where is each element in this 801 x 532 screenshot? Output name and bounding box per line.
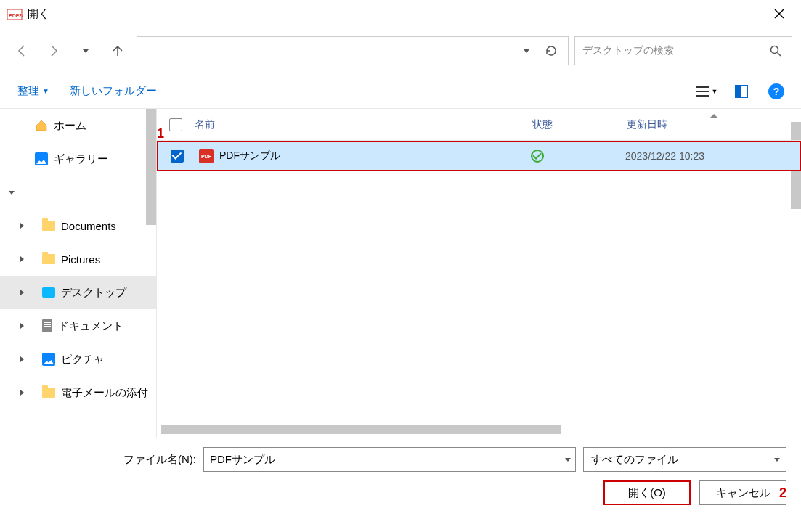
title-bar: PDF24 開く: [0, 0, 801, 28]
open-button[interactable]: 開く(O): [603, 480, 691, 505]
help-icon: ?: [768, 83, 784, 99]
sidebar-document-jp[interactable]: ドキュメント: [0, 309, 156, 343]
preview-pane-button[interactable]: [728, 78, 755, 105]
annotation-1: 1: [157, 126, 164, 142]
recent-dropdown[interactable]: [73, 38, 99, 64]
status-ok-icon: [531, 150, 544, 163]
forward-button[interactable]: [41, 38, 67, 64]
picture-icon: [42, 353, 55, 366]
desktop-icon: [42, 287, 55, 298]
svg-line-5: [778, 53, 781, 57]
close-button[interactable]: [763, 1, 795, 26]
filename-input[interactable]: PDFサンプル: [203, 447, 576, 472]
address-bar[interactable]: [137, 36, 569, 65]
search-icon: [767, 45, 784, 57]
home-icon: [35, 119, 48, 132]
folder-icon: [42, 221, 55, 231]
file-date: 2023/12/22 10:23: [625, 150, 800, 162]
svg-text:PDF24: PDF24: [9, 13, 23, 18]
file-list-area: 名前 状態 更新日時 1 PDF PDFサンプル 2023/12/22 10:2…: [157, 109, 801, 438]
folder-icon: [42, 254, 55, 264]
toolbar: 整理▼ 新しいフォルダー ▼ ?: [0, 74, 801, 109]
search-box[interactable]: デスクトップの検索: [574, 36, 792, 65]
view-mode-button[interactable]: ▼: [694, 78, 720, 105]
file-checkbox[interactable]: [171, 150, 184, 163]
help-button[interactable]: ?: [763, 78, 789, 105]
main-area: ホーム ギャラリー Documents Pictures デスクトップ ドキュメ…: [0, 109, 801, 438]
filename-label: ファイル名(N):: [15, 453, 196, 467]
sidebar-pictures[interactable]: Pictures: [0, 242, 156, 276]
folder-icon: [42, 388, 55, 398]
gallery-icon: [35, 152, 48, 165]
app-icon: PDF24: [6, 5, 23, 22]
sidebar-documents[interactable]: Documents: [0, 209, 156, 242]
back-button[interactable]: [9, 38, 35, 64]
column-name[interactable]: 名前: [195, 118, 532, 131]
bottom-bar: ファイル名(N): PDFサンプル すべてのファイル 2 開く(O) キャンセル: [0, 438, 801, 514]
file-name: PDFサンプル: [219, 150, 280, 163]
pdf-icon: PDF: [199, 149, 214, 163]
horizontal-scrollbar[interactable]: [161, 425, 786, 434]
sidebar: ホーム ギャラリー Documents Pictures デスクトップ ドキュメ…: [0, 109, 157, 438]
sort-indicator-icon: [710, 114, 717, 118]
search-placeholder: デスクトップの検索: [582, 44, 767, 57]
up-button[interactable]: [105, 38, 131, 64]
file-row[interactable]: PDF PDFサンプル 2023/12/22 10:23: [157, 141, 801, 171]
column-state[interactable]: 状態: [532, 118, 627, 131]
sidebar-collapse-group[interactable]: [0, 176, 156, 209]
sidebar-desktop[interactable]: デスクトップ: [0, 276, 156, 309]
svg-point-4: [771, 46, 778, 54]
document-icon: [42, 319, 52, 332]
cancel-button[interactable]: キャンセル: [699, 480, 786, 505]
sidebar-home[interactable]: ホーム: [0, 109, 156, 142]
organize-button[interactable]: 整理▼: [12, 80, 55, 102]
nav-row: デスクトップの検索: [0, 28, 801, 74]
address-dropdown[interactable]: [514, 38, 539, 63]
file-type-select[interactable]: すべてのファイル: [583, 447, 786, 472]
refresh-button[interactable]: [539, 38, 564, 63]
column-modified[interactable]: 更新日時: [627, 118, 801, 131]
window-title: 開く: [28, 7, 49, 21]
sidebar-picture-jp[interactable]: ピクチャ: [0, 343, 156, 376]
filename-dropdown[interactable]: [565, 458, 571, 462]
sidebar-email-attach[interactable]: 電子メールの添付: [0, 376, 156, 409]
annotation-2: 2: [779, 486, 786, 501]
file-header: 名前 状態 更新日時: [157, 109, 801, 141]
new-folder-button[interactable]: 新しいフォルダー: [64, 80, 163, 102]
sidebar-gallery[interactable]: ギャラリー: [0, 142, 156, 176]
